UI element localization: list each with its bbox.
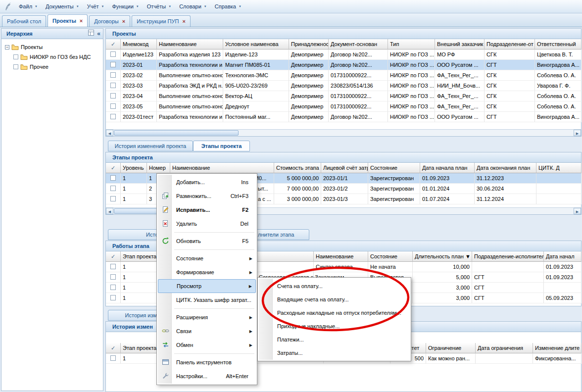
context-menu-item[interactable]: Состояние▶ — [158, 251, 256, 265]
context-menu-item[interactable]: Размножить...Ctrl+F3 — [158, 189, 256, 203]
column-header[interactable] — [257, 251, 314, 262]
grid-cell[interactable]: Демопример — [289, 81, 329, 91]
grid-cell[interactable]: ФА_Техн_Рег_... — [435, 91, 485, 101]
grid-cell[interactable]: 2023-01/2 — [321, 184, 368, 194]
grid-cell[interactable] — [106, 70, 121, 81]
grid-cell[interactable]: 3,000 — [413, 283, 472, 293]
grid-cell[interactable]: 5,000 — [413, 272, 472, 283]
grid-cell[interactable]: Выполнение опытно-конс... — [157, 70, 223, 81]
grid-cell[interactable]: 017310000922... — [329, 70, 388, 81]
grid-cell[interactable]: Демопример — [289, 60, 329, 70]
grid-cell[interactable]: Выполнение опытно-конс... — [157, 91, 223, 101]
tab-close-icon[interactable]: × — [182, 18, 185, 24]
menubar-item[interactable]: Документы▼ — [42, 1, 83, 11]
grid-cell[interactable]: Фиксированна... — [533, 353, 582, 364]
column-header[interactable]: Внешний заказчик — [435, 39, 485, 49]
tree-item[interactable]: Прочее — [1, 62, 103, 72]
grid-cell[interactable]: НИОКР по ГОЗ ... — [388, 81, 435, 91]
grid-cell[interactable]: 017310000922... — [329, 91, 388, 101]
grid-cell[interactable]: СГК — [485, 101, 535, 112]
grid-cell[interactable]: Разработка изделия 123 — [157, 49, 223, 60]
grid-cell[interactable]: Виноградова А... — [535, 60, 582, 70]
context-menu-item[interactable]: Обмен▶ — [158, 338, 256, 352]
row-checkbox[interactable] — [110, 93, 116, 98]
grid-cell[interactable]: Технология-ЭМС — [223, 70, 289, 81]
grid-cell[interactable]: 01.09.2023 — [544, 272, 582, 283]
column-header[interactable]: Дата начала план — [420, 163, 475, 173]
menubar-item[interactable]: Словари▼ — [175, 1, 211, 11]
grid-cell[interactable]: НИОКР по ГОЗ ... — [388, 60, 435, 70]
menubar-item[interactable]: Файл▼ — [15, 1, 42, 11]
column-header[interactable]: Ограничение — [426, 343, 476, 353]
grid-cell[interactable] — [106, 60, 121, 70]
grid-cell[interactable]: Уварова Г. Ф. — [535, 81, 582, 91]
window-tab[interactable]: Договоры× — [89, 15, 130, 27]
tree-item[interactable]: −Проекты — [1, 42, 103, 52]
grid-cell[interactable]: Зарегистрирован — [368, 194, 420, 204]
row-checkbox[interactable] — [110, 274, 116, 280]
select-all-column-header[interactable]: ✓ — [106, 343, 121, 353]
grid-cell[interactable] — [106, 184, 121, 194]
grid-cell[interactable] — [106, 101, 121, 112]
grid-cell[interactable]: Соболева О. А. — [535, 101, 582, 112]
grid-cell[interactable]: Демопример — [289, 49, 329, 60]
table-row[interactable]: Изделие123Разработка изделия 123Изделие-… — [106, 49, 581, 60]
grid-cell[interactable]: НИОКР по ГОЗ ... — [388, 49, 435, 60]
grid-cell[interactable]: Зарегистрирован — [368, 173, 420, 184]
context-menu-item[interactable]: Панель инструментов — [158, 355, 256, 369]
grid-cell[interactable]: Виноградова А... — [535, 112, 582, 122]
column-header[interactable]: Мнемокод — [121, 39, 157, 49]
layout-icon[interactable] — [88, 29, 94, 39]
tree-checkbox[interactable] — [13, 64, 18, 69]
column-header[interactable]: Номер — [147, 163, 170, 173]
grid-cell[interactable]: 30.06.2024 — [475, 184, 536, 194]
column-header[interactable]: Состояние — [368, 251, 413, 262]
context-menu-item[interactable]: Входящие счета на оплату... — [259, 293, 410, 306]
grid-cell[interactable]: 2023-01 — [121, 60, 157, 70]
grid-cell[interactable]: Цветкова В. Т. — [535, 49, 582, 60]
grid-cell[interactable]: Соболева О. А. — [535, 70, 582, 81]
grid-cell[interactable]: Договор №202... — [329, 112, 388, 122]
context-menu-item[interactable]: ЦИТК. Указать шифр затрат... — [158, 293, 256, 307]
column-header[interactable]: Тип — [388, 39, 435, 49]
table-row[interactable]: 2023-01тестРазработка технологии и...Пос… — [106, 112, 581, 122]
column-header[interactable]: Дата окончания план — [475, 163, 536, 173]
grid-cell[interactable]: 2023-01/1 — [321, 173, 368, 184]
grid-cell[interactable]: СГТ — [472, 293, 544, 303]
row-checkbox[interactable] — [110, 51, 116, 57]
tab-close-icon[interactable]: × — [80, 18, 83, 24]
table-row[interactable]: 2023-04Выполнение опытно-конс...Вектор-А… — [106, 91, 581, 101]
grid-cell[interactable]: НИОКР по ГОЗ ... — [388, 112, 435, 122]
grid-cell[interactable] — [257, 262, 314, 272]
grid-cell[interactable]: 2023-05 — [121, 101, 157, 112]
grid-cell[interactable]: Магнит ПМ085-01 — [223, 60, 289, 70]
grid-cell[interactable]: СГК — [485, 91, 535, 101]
row-checkbox[interactable] — [110, 114, 116, 119]
context-menu-item[interactable]: Связи▶ — [158, 324, 256, 338]
grid-cell[interactable] — [106, 91, 121, 101]
grid-cell[interactable]: Изделие-123 — [223, 49, 289, 60]
grid-cell[interactable]: Постоянный маг... — [223, 112, 289, 122]
grid-cell[interactable]: Разработка технологии и... — [157, 60, 223, 70]
window-tab[interactable]: Рабочий стол — [2, 15, 46, 27]
grid-cell[interactable]: СГТ — [472, 283, 544, 293]
column-header[interactable]: Изменение длите — [533, 343, 582, 353]
grid-cell[interactable]: 905-U020-23/269 — [223, 81, 289, 91]
grid-cell[interactable]: Не начата — [368, 262, 413, 272]
context-menu-item[interactable]: УдалитьDel — [158, 217, 256, 231]
row-checkbox[interactable] — [110, 264, 116, 269]
grid-cell[interactable]: Демопример — [289, 70, 329, 81]
column-header[interactable]: Наименование — [157, 39, 223, 49]
table-row[interactable]: 2023-01Разработка технологии и...Магнит … — [106, 60, 581, 70]
context-menu-item[interactable]: Добавить...Ins — [158, 175, 256, 189]
row-checkbox[interactable] — [110, 186, 116, 191]
row-checkbox[interactable] — [110, 72, 116, 78]
scroll-left-icon[interactable]: ◀ — [106, 208, 113, 214]
grid-cell[interactable] — [536, 173, 582, 184]
row-checkbox[interactable] — [110, 295, 116, 300]
context-menu-item[interactable]: Формирование▶ — [158, 265, 256, 279]
select-all-column-header[interactable]: ✓ — [106, 251, 121, 262]
grid-cell[interactable]: Демопример — [289, 91, 329, 101]
grid-cell[interactable] — [106, 293, 121, 303]
grid-cell[interactable] — [472, 262, 544, 272]
